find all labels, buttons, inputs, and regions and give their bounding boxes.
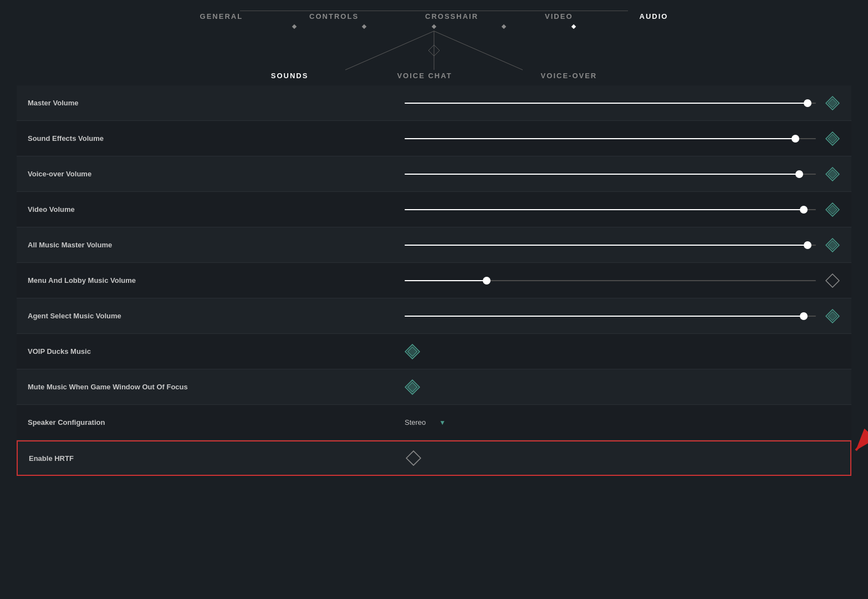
- slider-thumb[interactable]: [483, 277, 491, 285]
- slider-thumb[interactable]: [804, 99, 811, 107]
- setting-menu-lobby-music-volume: Menu And Lobby Music Volume: [17, 263, 851, 298]
- svg-line-23: [856, 412, 868, 450]
- tab-video[interactable]: VIDEO: [545, 12, 573, 21]
- label-video-volume: Video Volume: [28, 205, 405, 214]
- control-agent-select-music-volume[interactable]: [405, 308, 840, 324]
- page-wrapper: GENERAL CONTROLS CROSSHAIR VIDEO AUDIO: [0, 0, 868, 476]
- toggle-voip-ducks-music[interactable]: [405, 344, 420, 359]
- tab-crosshair[interactable]: CROSSHAIR: [425, 12, 478, 21]
- slider-fill: [405, 174, 799, 175]
- label-menu-lobby-music-volume: Menu And Lobby Music Volume: [28, 276, 405, 285]
- label-master-volume: Master Volume: [28, 99, 405, 107]
- slider-fill: [405, 280, 487, 281]
- reset-icon-all-music[interactable]: [825, 237, 840, 253]
- slider-track: [405, 280, 816, 281]
- settings-container: Master Volume Sound Effects Volu: [17, 85, 851, 476]
- svg-marker-21: [406, 451, 421, 465]
- setting-enable-hrtf: Enable HRTF: [17, 440, 851, 476]
- control-all-music-master-volume[interactable]: [405, 237, 840, 253]
- label-speaker-configuration: Speaker Configuration: [28, 418, 405, 427]
- label-enable-hrtf: Enable HRTF: [29, 454, 406, 463]
- reset-icon-voice-over[interactable]: [825, 166, 840, 182]
- slider-fill: [405, 103, 808, 104]
- setting-voice-over-volume: Voice-over Volume: [17, 156, 851, 192]
- slider-track: [405, 138, 816, 139]
- control-speaker-configuration[interactable]: Stereo ▼: [405, 418, 840, 427]
- toggle-mute-music-focus[interactable]: [405, 379, 420, 395]
- dropdown-arrow-icon[interactable]: ▼: [439, 419, 446, 427]
- slider-thumb[interactable]: [800, 206, 808, 214]
- setting-video-volume: Video Volume: [17, 192, 851, 227]
- control-enable-hrtf[interactable]: [406, 450, 839, 466]
- slider-master-volume[interactable]: [405, 103, 816, 104]
- label-all-music-master-volume: All Music Master Volume: [28, 241, 405, 249]
- slider-thumb[interactable]: [800, 312, 808, 320]
- control-master-volume[interactable]: [405, 95, 840, 111]
- reset-icon-video-volume[interactable]: [825, 202, 840, 217]
- slider-track: [405, 103, 816, 104]
- setting-voip-ducks-music: VOIP Ducks Music: [17, 334, 851, 369]
- control-menu-lobby-music-volume[interactable]: [405, 273, 840, 288]
- slider-fill: [405, 209, 804, 210]
- subtab-sounds[interactable]: SOUNDS: [271, 72, 309, 80]
- slider-thumb[interactable]: [795, 170, 803, 178]
- toggle-enable-hrtf[interactable]: [406, 450, 421, 466]
- control-voice-over-volume[interactable]: [405, 166, 840, 182]
- slider-all-music-master-volume[interactable]: [405, 245, 816, 246]
- label-agent-select-music-volume: Agent Select Music Volume: [28, 312, 405, 320]
- slider-thumb[interactable]: [792, 135, 799, 143]
- label-voice-over-volume: Voice-over Volume: [28, 170, 405, 178]
- slider-menu-lobby-music-volume[interactable]: [405, 280, 816, 281]
- subtab-voice-chat[interactable]: VOICE CHAT: [397, 72, 452, 80]
- slider-track: [405, 316, 816, 317]
- nav-line: [240, 11, 628, 11]
- reset-icon-agent-select[interactable]: [825, 308, 840, 324]
- label-mute-music-focus: Mute Music When Game Window Out Of Focus: [28, 383, 405, 391]
- control-video-volume[interactable]: [405, 202, 840, 217]
- slider-voice-over-volume[interactable]: [405, 174, 816, 175]
- label-voip-ducks-music: VOIP Ducks Music: [28, 347, 405, 356]
- setting-sound-effects-volume: Sound Effects Volume: [17, 121, 851, 156]
- setting-all-music-master-volume: All Music Master Volume: [17, 227, 851, 263]
- sub-nav: SOUNDS VOICE CHAT VOICE-OVER: [0, 56, 868, 80]
- label-sound-effects-volume: Sound Effects Volume: [28, 134, 405, 143]
- slider-agent-select-music-volume[interactable]: [405, 316, 816, 317]
- slider-video-volume[interactable]: [405, 209, 816, 210]
- setting-agent-select-music-volume: Agent Select Music Volume: [17, 298, 851, 334]
- control-mute-music-focus[interactable]: [405, 379, 840, 395]
- subtab-voice-over[interactable]: VOICE-OVER: [541, 72, 598, 80]
- setting-master-volume: Master Volume: [17, 85, 851, 121]
- slider-fill: [405, 138, 795, 139]
- control-sound-effects-volume[interactable]: [405, 131, 840, 146]
- reset-icon-sound-effects[interactable]: [825, 131, 840, 146]
- tab-general[interactable]: GENERAL: [200, 12, 243, 21]
- slider-track: [405, 209, 816, 210]
- slider-sound-effects-volume[interactable]: [405, 138, 816, 139]
- tab-audio[interactable]: AUDIO: [640, 12, 668, 21]
- slider-fill: [405, 316, 804, 317]
- slider-track: [405, 174, 816, 175]
- slider-thumb[interactable]: [804, 241, 811, 249]
- slider-fill: [405, 245, 808, 246]
- nav-dots-row: [0, 21, 868, 28]
- tab-controls[interactable]: CONTROLS: [309, 12, 359, 21]
- svg-marker-14: [826, 274, 839, 287]
- setting-mute-music-focus: Mute Music When Game Window Out Of Focus: [17, 369, 851, 405]
- reset-icon-menu-lobby[interactable]: [825, 273, 840, 288]
- control-voip-ducks-music[interactable]: [405, 344, 840, 359]
- reset-icon-master-volume[interactable]: [825, 95, 840, 111]
- slider-track: [405, 245, 816, 246]
- speaker-config-value: Stereo: [405, 418, 426, 427]
- setting-speaker-configuration: Speaker Configuration Stereo ▼: [17, 405, 851, 440]
- top-nav: GENERAL CONTROLS CROSSHAIR VIDEO AUDIO: [0, 0, 868, 21]
